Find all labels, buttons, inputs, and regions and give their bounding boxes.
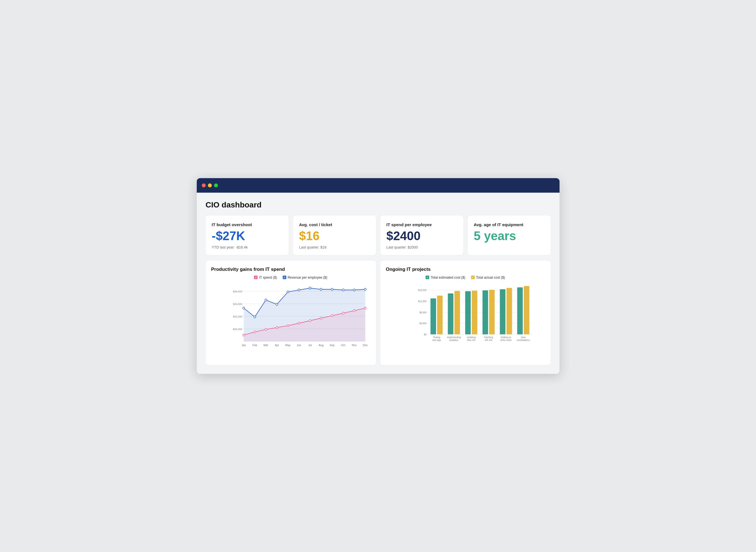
svg-text:Updating: Updating bbox=[466, 336, 476, 338]
svg-text:New: New bbox=[521, 336, 526, 338]
svg-point-24 bbox=[276, 326, 278, 329]
svg-text:workstations: workstations bbox=[517, 339, 530, 341]
svg-point-28 bbox=[320, 317, 322, 319]
svg-text:$22,000: $22,000 bbox=[233, 315, 242, 318]
svg-text:MS OS: MS OS bbox=[485, 339, 492, 341]
svg-text:Mac OS: Mac OS bbox=[467, 339, 475, 341]
svg-text:Mar: Mar bbox=[263, 343, 268, 347]
svg-point-29 bbox=[331, 314, 333, 317]
svg-text:Apr: Apr bbox=[274, 343, 279, 347]
svg-point-19 bbox=[353, 289, 355, 291]
svg-point-13 bbox=[287, 291, 289, 293]
svg-point-27 bbox=[309, 319, 311, 322]
legend-color-it-spend: ✓ bbox=[254, 276, 257, 279]
svg-rect-71 bbox=[500, 289, 506, 334]
kpi-row: IT budget overshoot -$27K YTD last year:… bbox=[206, 216, 551, 255]
svg-text:Testing: Testing bbox=[433, 336, 440, 338]
svg-rect-76 bbox=[524, 286, 529, 334]
bar-chart-svg: $0$4,000$8,000$12,000$16,000Testingnew a… bbox=[403, 282, 545, 347]
kpi-label-3: Avg. age of IT equipment bbox=[474, 222, 545, 227]
line-chart-title: Productivity gains from IT spend bbox=[211, 267, 370, 272]
kpi-value-2: $2400 bbox=[386, 229, 457, 243]
svg-text:Patching: Patching bbox=[484, 336, 493, 338]
kpi-label-0: IT budget overshoot bbox=[212, 222, 282, 227]
svg-point-26 bbox=[298, 322, 300, 324]
kpi-card-1: Avg. cost / ticket $16 Last quarter: $18 bbox=[293, 216, 376, 255]
page-title: CIO dashboard bbox=[206, 200, 551, 210]
svg-point-9 bbox=[242, 307, 244, 309]
svg-point-25 bbox=[287, 324, 289, 327]
svg-text:Zoho voice: Zoho voice bbox=[500, 339, 512, 341]
maximize-button[interactable] bbox=[214, 183, 218, 187]
svg-text:Feb: Feb bbox=[252, 343, 257, 347]
close-button[interactable] bbox=[202, 183, 206, 187]
svg-point-11 bbox=[264, 299, 266, 301]
legend-color-estimated: ✓ bbox=[425, 276, 429, 279]
titlebar bbox=[197, 178, 560, 193]
svg-text:$8,000: $8,000 bbox=[419, 311, 427, 313]
svg-text:Sep: Sep bbox=[330, 343, 335, 347]
kpi-label-1: Avg. cost / ticket bbox=[299, 222, 370, 227]
svg-text:$0: $0 bbox=[424, 333, 427, 335]
bar-chart-card: Ongoing IT projects ✓ Total estimated co… bbox=[380, 261, 551, 365]
kpi-value-0: -$27K bbox=[212, 229, 282, 243]
legend-label-it-spend: IT spend ($) bbox=[259, 276, 277, 279]
bar-chart-container: $0$4,000$8,000$12,000$16,000Testingnew a… bbox=[386, 282, 545, 361]
kpi-card-0: IT budget overshoot -$27K YTD last year:… bbox=[206, 216, 289, 255]
svg-point-15 bbox=[309, 287, 311, 289]
svg-text:May: May bbox=[285, 343, 291, 347]
svg-point-22 bbox=[254, 331, 256, 333]
svg-rect-68 bbox=[489, 290, 495, 334]
svg-rect-60 bbox=[454, 291, 460, 334]
svg-text:Implementing: Implementing bbox=[447, 336, 461, 338]
kpi-value-1: $16 bbox=[299, 229, 370, 243]
svg-text:$16,000: $16,000 bbox=[418, 289, 426, 291]
app-window: CIO dashboard IT budget overshoot -$27K … bbox=[197, 178, 560, 374]
kpi-sub-0: YTD last year: -$16.4k bbox=[212, 245, 282, 249]
bar-chart-title: Ongoing IT projects bbox=[386, 267, 545, 272]
legend-label-actual: Total actual cost ($) bbox=[476, 276, 505, 279]
svg-rect-55 bbox=[430, 298, 436, 334]
kpi-sub-1: Last quarter: $18 bbox=[299, 245, 370, 249]
svg-text:$24,000: $24,000 bbox=[233, 302, 242, 305]
legend-item-revenue: ✓ Revenue per employee ($) bbox=[283, 276, 327, 279]
svg-point-23 bbox=[264, 328, 266, 330]
svg-point-10 bbox=[254, 316, 256, 318]
legend-item-it-spend: ✓ IT spend ($) bbox=[254, 276, 277, 279]
svg-text:Jun: Jun bbox=[297, 343, 301, 347]
main-content: CIO dashboard IT budget overshoot -$27K … bbox=[197, 193, 560, 374]
svg-point-16 bbox=[320, 288, 322, 290]
svg-text:Dec: Dec bbox=[363, 343, 368, 347]
svg-text:Jan: Jan bbox=[241, 343, 246, 347]
svg-rect-64 bbox=[471, 291, 477, 334]
legend-item-actual: ✓ Total actual cost ($) bbox=[471, 276, 505, 279]
kpi-card-3: Avg. age of IT equipment 5 years bbox=[468, 216, 551, 255]
charts-row: Productivity gains from IT spend ✓ IT sp… bbox=[206, 261, 551, 365]
svg-rect-63 bbox=[465, 291, 470, 334]
svg-text:new app: new app bbox=[432, 339, 441, 341]
svg-text:analytics: analytics bbox=[449, 339, 458, 341]
minimize-button[interactable] bbox=[208, 183, 212, 187]
svg-point-12 bbox=[276, 303, 278, 305]
kpi-card-2: IT spend per employee $2400 Last quarter… bbox=[380, 216, 463, 255]
kpi-value-3: 5 years bbox=[474, 229, 545, 243]
svg-rect-67 bbox=[483, 290, 488, 334]
svg-rect-75 bbox=[517, 287, 523, 334]
legend-item-estimated: ✓ Total estimated cost ($) bbox=[425, 276, 465, 279]
svg-text:Setting up: Setting up bbox=[501, 336, 511, 338]
svg-rect-56 bbox=[437, 296, 442, 334]
svg-rect-59 bbox=[448, 293, 453, 334]
line-chart-container: $20,000$22,000$24,000$26,000JanFebMarApr… bbox=[211, 282, 370, 361]
bar-chart-legend: ✓ Total estimated cost ($) ✓ Total actua… bbox=[386, 276, 545, 279]
svg-text:Oct: Oct bbox=[341, 343, 345, 347]
svg-text:Nov: Nov bbox=[352, 343, 357, 347]
legend-color-actual: ✓ bbox=[471, 276, 475, 279]
svg-text:$26,000: $26,000 bbox=[233, 290, 242, 293]
svg-text:$4,000: $4,000 bbox=[419, 322, 427, 325]
svg-rect-72 bbox=[506, 288, 512, 334]
legend-label-estimated: Total estimated cost ($) bbox=[431, 276, 465, 279]
svg-point-17 bbox=[331, 288, 333, 290]
legend-color-revenue: ✓ bbox=[283, 276, 286, 279]
svg-text:Aug: Aug bbox=[319, 343, 324, 347]
svg-point-20 bbox=[364, 288, 366, 290]
